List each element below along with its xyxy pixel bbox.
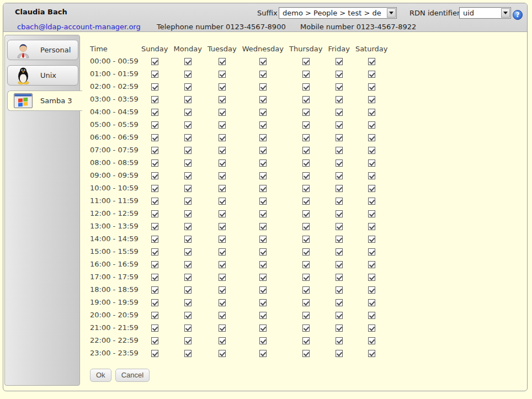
hour-checkbox-tuesday[interactable] (219, 210, 226, 217)
hour-checkbox-saturday[interactable] (368, 71, 375, 78)
hour-checkbox-thursday[interactable] (302, 350, 310, 357)
hour-checkbox-thursday[interactable] (302, 236, 310, 243)
hour-checkbox-saturday[interactable] (368, 210, 375, 217)
hour-checkbox-tuesday[interactable] (219, 198, 226, 205)
cancel-button[interactable]: Cancel (115, 369, 150, 382)
hour-checkbox-tuesday[interactable] (219, 172, 226, 179)
hour-checkbox-saturday[interactable] (368, 248, 375, 256)
hour-checkbox-friday[interactable] (336, 147, 343, 154)
hour-checkbox-sunday[interactable] (151, 109, 158, 116)
hour-checkbox-friday[interactable] (336, 71, 343, 78)
hour-checkbox-sunday[interactable] (151, 350, 158, 357)
hour-checkbox-tuesday[interactable] (219, 109, 226, 116)
hour-checkbox-wednesday[interactable] (259, 210, 267, 217)
hour-checkbox-tuesday[interactable] (219, 185, 226, 192)
hour-checkbox-monday[interactable] (184, 324, 191, 332)
hour-checkbox-saturday[interactable] (368, 337, 375, 344)
hour-checkbox-thursday[interactable] (302, 71, 310, 78)
hour-checkbox-thursday[interactable] (302, 109, 310, 116)
hour-checkbox-friday[interactable] (336, 274, 343, 281)
hour-checkbox-friday[interactable] (336, 134, 343, 141)
hour-checkbox-thursday[interactable] (302, 248, 310, 256)
hour-checkbox-saturday[interactable] (368, 350, 375, 357)
hour-checkbox-monday[interactable] (184, 71, 191, 78)
hour-checkbox-tuesday[interactable] (219, 83, 226, 91)
hour-checkbox-monday[interactable] (184, 248, 191, 256)
hour-checkbox-monday[interactable] (184, 274, 191, 281)
hour-checkbox-monday[interactable] (184, 159, 191, 167)
hour-checkbox-monday[interactable] (184, 350, 191, 357)
hour-checkbox-monday[interactable] (184, 83, 191, 91)
hour-checkbox-sunday[interactable] (151, 159, 158, 167)
hour-checkbox-saturday[interactable] (368, 134, 375, 141)
hour-checkbox-sunday[interactable] (151, 274, 158, 281)
hour-checkbox-friday[interactable] (336, 337, 343, 344)
hour-checkbox-friday[interactable] (336, 223, 343, 230)
hour-checkbox-monday[interactable] (184, 185, 191, 192)
hour-checkbox-wednesday[interactable] (259, 83, 267, 91)
hour-checkbox-saturday[interactable] (368, 198, 375, 205)
hour-checkbox-friday[interactable] (336, 109, 343, 116)
hour-checkbox-friday[interactable] (336, 58, 343, 65)
hour-checkbox-sunday[interactable] (151, 134, 158, 141)
hour-checkbox-thursday[interactable] (302, 96, 310, 103)
hour-checkbox-thursday[interactable] (302, 159, 310, 167)
hour-checkbox-wednesday[interactable] (259, 337, 267, 344)
hour-checkbox-monday[interactable] (184, 109, 191, 116)
hour-checkbox-thursday[interactable] (302, 324, 310, 332)
hour-checkbox-thursday[interactable] (302, 286, 310, 294)
hour-checkbox-wednesday[interactable] (259, 274, 267, 281)
hour-checkbox-thursday[interactable] (302, 299, 310, 306)
email-link[interactable]: cbach@ldap-account-manager.org (17, 23, 141, 31)
hour-checkbox-tuesday[interactable] (219, 312, 226, 319)
hour-checkbox-friday[interactable] (336, 299, 343, 306)
hour-checkbox-monday[interactable] (184, 147, 191, 154)
hour-checkbox-thursday[interactable] (302, 134, 310, 141)
hour-checkbox-sunday[interactable] (151, 248, 158, 256)
hour-checkbox-wednesday[interactable] (259, 71, 267, 78)
hour-checkbox-monday[interactable] (184, 236, 191, 243)
hour-checkbox-sunday[interactable] (151, 312, 158, 319)
hour-checkbox-wednesday[interactable] (259, 248, 267, 256)
hour-checkbox-thursday[interactable] (302, 274, 310, 281)
hour-checkbox-saturday[interactable] (368, 274, 375, 281)
hour-checkbox-sunday[interactable] (151, 198, 158, 205)
hour-checkbox-friday[interactable] (336, 324, 343, 332)
hour-checkbox-friday[interactable] (336, 312, 343, 319)
hour-checkbox-tuesday[interactable] (219, 134, 226, 141)
suffix-select[interactable]: demo > People > test > de (279, 7, 397, 19)
hour-checkbox-saturday[interactable] (368, 109, 375, 116)
hour-checkbox-saturday[interactable] (368, 121, 375, 129)
hour-checkbox-sunday[interactable] (151, 172, 158, 179)
hour-checkbox-monday[interactable] (184, 223, 191, 230)
hour-checkbox-friday[interactable] (336, 159, 343, 167)
rdn-identifier-select[interactable]: uid (459, 7, 511, 19)
hour-checkbox-thursday[interactable] (302, 337, 310, 344)
hour-checkbox-friday[interactable] (336, 236, 343, 243)
hour-checkbox-wednesday[interactable] (259, 261, 267, 268)
hour-checkbox-wednesday[interactable] (259, 96, 267, 103)
hour-checkbox-saturday[interactable] (368, 299, 375, 306)
hour-checkbox-tuesday[interactable] (219, 223, 226, 230)
hour-checkbox-sunday[interactable] (151, 223, 158, 230)
hour-checkbox-monday[interactable] (184, 134, 191, 141)
hour-checkbox-sunday[interactable] (151, 58, 158, 65)
hour-checkbox-tuesday[interactable] (219, 299, 226, 306)
hour-checkbox-monday[interactable] (184, 312, 191, 319)
hour-checkbox-monday[interactable] (184, 299, 191, 306)
hour-checkbox-monday[interactable] (184, 58, 191, 65)
hour-checkbox-sunday[interactable] (151, 71, 158, 78)
hour-checkbox-sunday[interactable] (151, 121, 158, 129)
hour-checkbox-wednesday[interactable] (259, 121, 267, 129)
hour-checkbox-saturday[interactable] (368, 223, 375, 230)
hour-checkbox-sunday[interactable] (151, 83, 158, 91)
hour-checkbox-friday[interactable] (336, 185, 343, 192)
hour-checkbox-saturday[interactable] (368, 261, 375, 268)
hour-checkbox-sunday[interactable] (151, 337, 158, 344)
hour-checkbox-tuesday[interactable] (219, 121, 226, 129)
hour-checkbox-thursday[interactable] (302, 198, 310, 205)
hour-checkbox-tuesday[interactable] (219, 324, 226, 332)
help-icon[interactable]: ? (513, 10, 523, 20)
hour-checkbox-wednesday[interactable] (259, 134, 267, 141)
hour-checkbox-tuesday[interactable] (219, 261, 226, 268)
